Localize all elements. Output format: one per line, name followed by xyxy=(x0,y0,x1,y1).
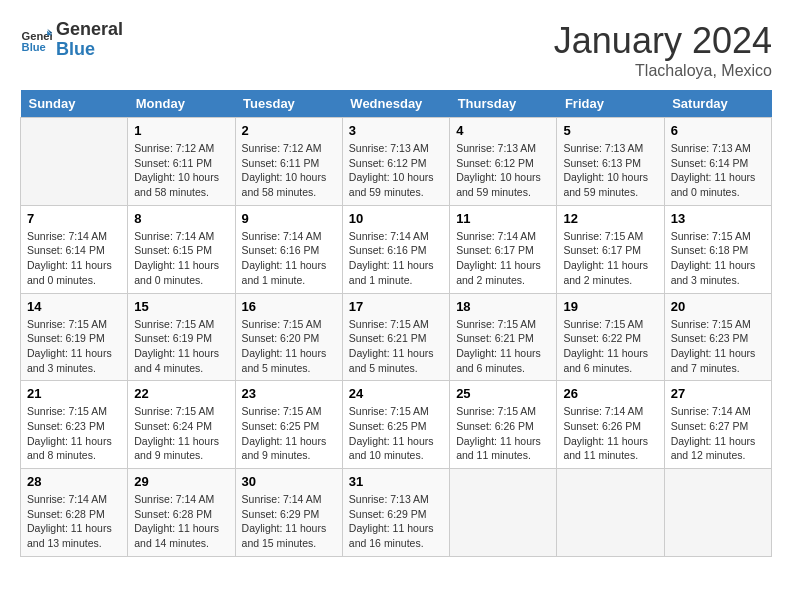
day-number: 29 xyxy=(134,474,228,489)
day-info: Sunrise: 7:15 AMSunset: 6:19 PMDaylight:… xyxy=(27,317,121,376)
day-info: Sunrise: 7:14 AMSunset: 6:26 PMDaylight:… xyxy=(563,404,657,463)
calendar-cell: 14Sunrise: 7:15 AMSunset: 6:19 PMDayligh… xyxy=(21,293,128,381)
calendar-cell: 21Sunrise: 7:15 AMSunset: 6:23 PMDayligh… xyxy=(21,381,128,469)
day-number: 12 xyxy=(563,211,657,226)
day-info: Sunrise: 7:14 AMSunset: 6:27 PMDaylight:… xyxy=(671,404,765,463)
week-row-1: 1Sunrise: 7:12 AMSunset: 6:11 PMDaylight… xyxy=(21,118,772,206)
day-info: Sunrise: 7:15 AMSunset: 6:21 PMDaylight:… xyxy=(456,317,550,376)
day-number: 9 xyxy=(242,211,336,226)
week-row-5: 28Sunrise: 7:14 AMSunset: 6:28 PMDayligh… xyxy=(21,469,772,557)
calendar-cell: 19Sunrise: 7:15 AMSunset: 6:22 PMDayligh… xyxy=(557,293,664,381)
day-number: 27 xyxy=(671,386,765,401)
day-info: Sunrise: 7:13 AMSunset: 6:12 PMDaylight:… xyxy=(349,141,443,200)
calendar-cell: 18Sunrise: 7:15 AMSunset: 6:21 PMDayligh… xyxy=(450,293,557,381)
month-title: January 2024 xyxy=(554,20,772,62)
day-number: 1 xyxy=(134,123,228,138)
day-number: 11 xyxy=(456,211,550,226)
day-info: Sunrise: 7:15 AMSunset: 6:25 PMDaylight:… xyxy=(242,404,336,463)
day-number: 13 xyxy=(671,211,765,226)
calendar-cell: 28Sunrise: 7:14 AMSunset: 6:28 PMDayligh… xyxy=(21,469,128,557)
day-number: 3 xyxy=(349,123,443,138)
day-number: 20 xyxy=(671,299,765,314)
day-info: Sunrise: 7:13 AMSunset: 6:14 PMDaylight:… xyxy=(671,141,765,200)
day-number: 4 xyxy=(456,123,550,138)
day-number: 17 xyxy=(349,299,443,314)
day-number: 21 xyxy=(27,386,121,401)
day-info: Sunrise: 7:12 AMSunset: 6:11 PMDaylight:… xyxy=(242,141,336,200)
dow-tuesday: Tuesday xyxy=(235,90,342,118)
calendar-cell: 30Sunrise: 7:14 AMSunset: 6:29 PMDayligh… xyxy=(235,469,342,557)
calendar-cell: 25Sunrise: 7:15 AMSunset: 6:26 PMDayligh… xyxy=(450,381,557,469)
calendar-cell: 27Sunrise: 7:14 AMSunset: 6:27 PMDayligh… xyxy=(664,381,771,469)
calendar-cell: 26Sunrise: 7:14 AMSunset: 6:26 PMDayligh… xyxy=(557,381,664,469)
day-info: Sunrise: 7:12 AMSunset: 6:11 PMDaylight:… xyxy=(134,141,228,200)
logo: General Blue General Blue xyxy=(20,20,123,60)
day-number: 2 xyxy=(242,123,336,138)
day-of-week-header-row: SundayMondayTuesdayWednesdayThursdayFrid… xyxy=(21,90,772,118)
calendar-body: 1Sunrise: 7:12 AMSunset: 6:11 PMDaylight… xyxy=(21,118,772,557)
calendar-cell xyxy=(21,118,128,206)
calendar-cell: 1Sunrise: 7:12 AMSunset: 6:11 PMDaylight… xyxy=(128,118,235,206)
calendar-cell: 5Sunrise: 7:13 AMSunset: 6:13 PMDaylight… xyxy=(557,118,664,206)
dow-wednesday: Wednesday xyxy=(342,90,449,118)
day-info: Sunrise: 7:14 AMSunset: 6:28 PMDaylight:… xyxy=(27,492,121,551)
day-info: Sunrise: 7:13 AMSunset: 6:29 PMDaylight:… xyxy=(349,492,443,551)
logo-icon: General Blue xyxy=(20,24,52,56)
dow-friday: Friday xyxy=(557,90,664,118)
calendar-cell: 6Sunrise: 7:13 AMSunset: 6:14 PMDaylight… xyxy=(664,118,771,206)
calendar-cell: 22Sunrise: 7:15 AMSunset: 6:24 PMDayligh… xyxy=(128,381,235,469)
dow-thursday: Thursday xyxy=(450,90,557,118)
dow-monday: Monday xyxy=(128,90,235,118)
day-info: Sunrise: 7:15 AMSunset: 6:17 PMDaylight:… xyxy=(563,229,657,288)
calendar-cell: 16Sunrise: 7:15 AMSunset: 6:20 PMDayligh… xyxy=(235,293,342,381)
day-info: Sunrise: 7:15 AMSunset: 6:21 PMDaylight:… xyxy=(349,317,443,376)
day-info: Sunrise: 7:14 AMSunset: 6:17 PMDaylight:… xyxy=(456,229,550,288)
calendar-cell: 3Sunrise: 7:13 AMSunset: 6:12 PMDaylight… xyxy=(342,118,449,206)
day-info: Sunrise: 7:14 AMSunset: 6:16 PMDaylight:… xyxy=(242,229,336,288)
page-header: General Blue General Blue January 2024 T… xyxy=(20,20,772,80)
day-number: 31 xyxy=(349,474,443,489)
dow-saturday: Saturday xyxy=(664,90,771,118)
week-row-2: 7Sunrise: 7:14 AMSunset: 6:14 PMDaylight… xyxy=(21,205,772,293)
day-number: 26 xyxy=(563,386,657,401)
day-number: 10 xyxy=(349,211,443,226)
day-number: 19 xyxy=(563,299,657,314)
day-number: 22 xyxy=(134,386,228,401)
calendar-cell xyxy=(450,469,557,557)
day-number: 16 xyxy=(242,299,336,314)
day-number: 18 xyxy=(456,299,550,314)
svg-text:Blue: Blue xyxy=(22,41,46,53)
calendar-cell: 13Sunrise: 7:15 AMSunset: 6:18 PMDayligh… xyxy=(664,205,771,293)
day-info: Sunrise: 7:14 AMSunset: 6:16 PMDaylight:… xyxy=(349,229,443,288)
location-subtitle: Tlachaloya, Mexico xyxy=(554,62,772,80)
calendar-cell: 8Sunrise: 7:14 AMSunset: 6:15 PMDaylight… xyxy=(128,205,235,293)
logo-blue: Blue xyxy=(56,40,123,60)
day-number: 6 xyxy=(671,123,765,138)
dow-sunday: Sunday xyxy=(21,90,128,118)
calendar-cell: 9Sunrise: 7:14 AMSunset: 6:16 PMDaylight… xyxy=(235,205,342,293)
calendar-cell xyxy=(664,469,771,557)
day-info: Sunrise: 7:15 AMSunset: 6:22 PMDaylight:… xyxy=(563,317,657,376)
week-row-4: 21Sunrise: 7:15 AMSunset: 6:23 PMDayligh… xyxy=(21,381,772,469)
day-number: 7 xyxy=(27,211,121,226)
day-number: 28 xyxy=(27,474,121,489)
day-number: 8 xyxy=(134,211,228,226)
day-number: 30 xyxy=(242,474,336,489)
day-info: Sunrise: 7:15 AMSunset: 6:18 PMDaylight:… xyxy=(671,229,765,288)
calendar-cell: 17Sunrise: 7:15 AMSunset: 6:21 PMDayligh… xyxy=(342,293,449,381)
day-number: 15 xyxy=(134,299,228,314)
day-number: 25 xyxy=(456,386,550,401)
calendar-cell: 2Sunrise: 7:12 AMSunset: 6:11 PMDaylight… xyxy=(235,118,342,206)
day-number: 5 xyxy=(563,123,657,138)
calendar-cell: 20Sunrise: 7:15 AMSunset: 6:23 PMDayligh… xyxy=(664,293,771,381)
day-info: Sunrise: 7:15 AMSunset: 6:19 PMDaylight:… xyxy=(134,317,228,376)
calendar-cell: 10Sunrise: 7:14 AMSunset: 6:16 PMDayligh… xyxy=(342,205,449,293)
day-info: Sunrise: 7:14 AMSunset: 6:14 PMDaylight:… xyxy=(27,229,121,288)
calendar-cell: 12Sunrise: 7:15 AMSunset: 6:17 PMDayligh… xyxy=(557,205,664,293)
day-info: Sunrise: 7:13 AMSunset: 6:12 PMDaylight:… xyxy=(456,141,550,200)
day-info: Sunrise: 7:13 AMSunset: 6:13 PMDaylight:… xyxy=(563,141,657,200)
day-number: 14 xyxy=(27,299,121,314)
calendar-cell: 31Sunrise: 7:13 AMSunset: 6:29 PMDayligh… xyxy=(342,469,449,557)
logo-general: General xyxy=(56,20,123,40)
calendar-cell: 15Sunrise: 7:15 AMSunset: 6:19 PMDayligh… xyxy=(128,293,235,381)
